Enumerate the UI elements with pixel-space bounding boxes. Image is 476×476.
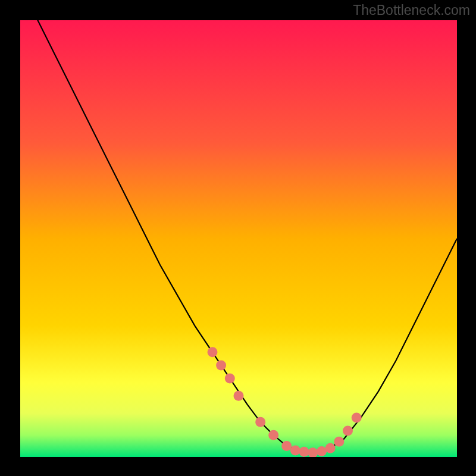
chart-frame: TheBottleneck.com — [0, 0, 476, 476]
highlight-dot — [234, 391, 244, 401]
highlight-dot — [268, 430, 278, 440]
highlight-dot — [208, 347, 218, 357]
highlight-dot — [299, 447, 309, 457]
plot-area — [20, 20, 457, 457]
highlight-dot — [216, 360, 226, 370]
highlight-dot — [290, 446, 300, 456]
highlight-dot — [352, 412, 362, 422]
highlight-dot — [255, 417, 265, 427]
highlight-dot — [281, 441, 292, 451]
bottleneck-chart — [20, 20, 457, 457]
highlight-dot — [317, 446, 327, 456]
highlight-dot — [325, 443, 336, 453]
highlight-dot — [225, 373, 235, 383]
highlight-dot — [343, 426, 353, 436]
watermark-text: TheBottleneck.com — [353, 2, 470, 18]
highlight-dot — [334, 437, 344, 447]
